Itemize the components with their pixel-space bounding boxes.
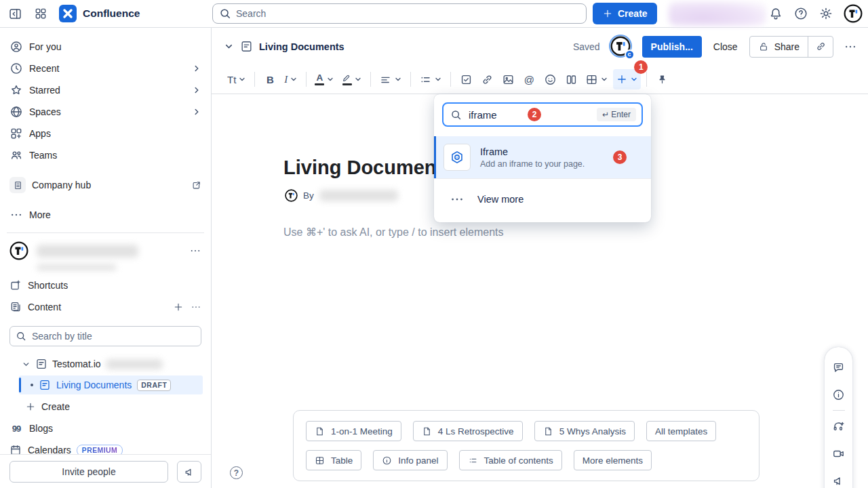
confluence-logo[interactable]: Confluence [59, 5, 140, 22]
presence-avatar[interactable]: c [610, 36, 632, 58]
chevron-right-icon [192, 85, 201, 95]
document-icon [315, 426, 325, 436]
insert-elements-menu: ↵ Enter 2 Iframe Add an iframe to your p… [434, 94, 651, 222]
sidebar-item-for-you[interactable]: For you [7, 36, 204, 58]
invite-people-button[interactable]: Invite people [9, 461, 168, 483]
redacted-space-name [37, 245, 138, 258]
editor-placeholder: Use ⌘+' to ask AI, or type / to insert e… [283, 226, 504, 239]
ellipsis-icon [450, 192, 465, 207]
document-title[interactable]: Living Documents [283, 156, 454, 180]
columns-icon [565, 73, 578, 86]
sidebar-item-recent[interactable]: Recent [7, 58, 204, 79]
tree-item-space-root[interactable]: Testomat.io [18, 355, 167, 373]
copy-link-button[interactable] [808, 37, 833, 57]
insert-link-button[interactable] [477, 69, 496, 89]
person-circle-icon [9, 40, 23, 54]
sidebar-item-teams[interactable]: Teams [7, 144, 204, 166]
task-list-button[interactable] [456, 69, 475, 89]
video-camera-icon[interactable] [825, 440, 852, 467]
share-group: Share [749, 36, 833, 58]
sidebar-item-starred[interactable]: Starred [7, 79, 204, 101]
sidebar-item-apps[interactable]: Apps [7, 123, 204, 144]
link-icon [481, 73, 494, 86]
mention-button[interactable]: @ [519, 69, 538, 89]
insert-toc-button[interactable]: Table of contents [459, 450, 562, 470]
alignment-button[interactable] [376, 69, 405, 89]
breadcrumb-expand-icon[interactable] [224, 41, 234, 52]
all-templates-button[interactable]: All templates [646, 421, 716, 441]
tree-create-button[interactable]: Create [21, 396, 74, 418]
global-search [212, 3, 587, 24]
chevron-down-icon [326, 75, 334, 83]
insert-elements-button[interactable]: 1 [613, 69, 641, 89]
close-button[interactable]: Close [712, 41, 739, 52]
teams-icon [9, 148, 23, 162]
result-title: Iframe [480, 146, 585, 157]
layouts-button[interactable] [561, 69, 580, 89]
template-5-whys-analysis[interactable]: 5 Whys Analysis [534, 421, 635, 441]
italic-button[interactable]: I [281, 69, 300, 89]
annotation-step-1: 1 [634, 60, 648, 74]
sidebar-item-more[interactable]: More [7, 204, 204, 226]
space-header[interactable] [7, 240, 204, 262]
bold-button[interactable]: B [260, 69, 279, 89]
announcements-megaphone-icon[interactable] [825, 467, 852, 488]
details-info-icon[interactable] [825, 381, 852, 408]
notifications-bell-icon[interactable] [768, 6, 783, 21]
global-search-input[interactable] [212, 3, 587, 24]
template-4ls-retrospective[interactable]: 4 Ls Retrospective [413, 421, 523, 441]
help-question-icon[interactable] [230, 466, 243, 479]
space-more-icon[interactable] [189, 245, 201, 257]
view-more-button[interactable]: View more [434, 179, 651, 221]
help-icon[interactable] [793, 6, 808, 21]
page-icon [39, 379, 51, 391]
lists-button[interactable] [416, 69, 445, 89]
sidebar-divider [7, 232, 204, 233]
page-more-icon[interactable] [844, 40, 857, 54]
emoji-button[interactable] [540, 69, 559, 89]
sidebar-item-spaces[interactable]: Spaces [7, 101, 204, 123]
settings-gear-icon[interactable] [818, 6, 833, 21]
sidebar-item-shortcuts[interactable]: Shortcuts [7, 274, 204, 296]
search-icon [16, 331, 26, 342]
chevron-down-icon [290, 75, 298, 83]
megaphone-icon [184, 466, 195, 478]
feedback-megaphone-button[interactable] [177, 461, 201, 483]
document-icon [422, 426, 432, 436]
link-icon [815, 41, 827, 52]
create-button[interactable]: Create [593, 3, 657, 24]
sidebar: For you Recent Starred Spaces Apps Teams [0, 28, 212, 488]
pin-icon [656, 74, 668, 85]
highlight-color-button[interactable] [339, 69, 365, 89]
sidebar-item-content[interactable]: Content [7, 296, 204, 318]
table-button[interactable] [583, 69, 611, 89]
user-avatar[interactable] [844, 4, 863, 23]
annotation-step-2: 2 [528, 108, 541, 121]
sidebar-item-company-hub[interactable]: Company hub [7, 174, 204, 196]
share-button[interactable]: Share [750, 37, 808, 57]
insert-info-panel-button[interactable]: Info panel [373, 450, 447, 470]
insert-image-button[interactable] [498, 69, 517, 89]
add-content-icon[interactable] [173, 302, 184, 312]
insert-table-button[interactable]: Table [306, 450, 361, 470]
text-color-button[interactable]: A [312, 69, 337, 89]
breadcrumb-page-title[interactable]: Living Documents [259, 41, 344, 52]
publish-button[interactable]: Publish... [642, 36, 702, 58]
pin-toolbar-button[interactable] [652, 69, 671, 89]
more-elements-button[interactable]: More elements [574, 450, 652, 470]
insert-result-iframe[interactable]: Iframe Add an iframe to your page. 3 [434, 136, 651, 178]
audio-headset-icon[interactable] [825, 413, 852, 440]
text-styles-button[interactable]: Tt [224, 69, 249, 89]
content-more-icon[interactable] [191, 302, 201, 312]
sidebar-item-blogs[interactable]: Blogs [7, 418, 204, 439]
redacted-tree-suffix [106, 359, 163, 369]
content-search-input[interactable] [9, 326, 201, 346]
app-switcher-icon[interactable] [34, 7, 47, 20]
tree-item-living-documents[interactable]: Living Documents DRAFT [19, 375, 203, 394]
current-color-swatch [315, 83, 324, 85]
bullet-list-icon [419, 73, 432, 86]
collapse-sidebar-button[interactable] [8, 7, 22, 21]
template-1on1-meeting[interactable]: 1-on-1 Meeting [306, 421, 401, 441]
comments-icon[interactable] [825, 354, 852, 381]
app-name: Confluence [83, 7, 140, 20]
